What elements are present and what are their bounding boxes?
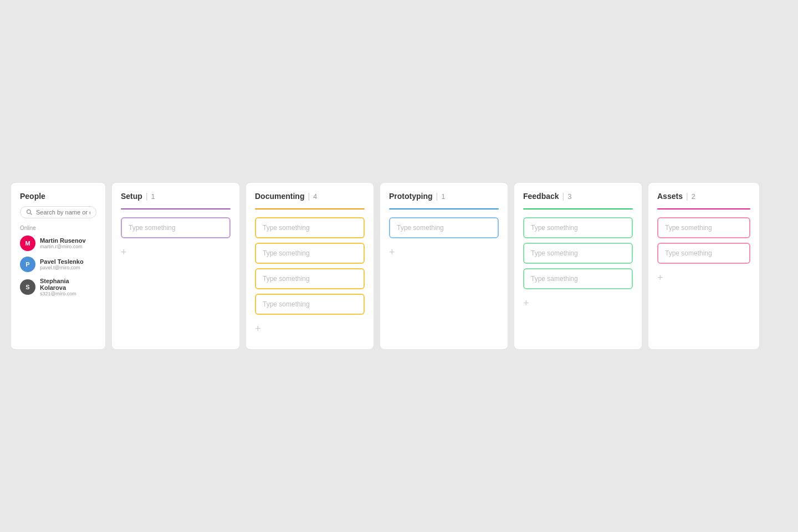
user-email: martin.r@miro.com xyxy=(40,244,86,249)
card-documenting-0[interactable]: Type something xyxy=(255,217,365,238)
user-item: P Pavel Teslenko pavel.t@miro.com xyxy=(20,257,96,272)
column-line-documenting xyxy=(255,208,365,209)
column-documenting: Documenting | 4 Type somethingType somet… xyxy=(246,183,374,349)
column-header-feedback: Feedback | 3 xyxy=(523,192,633,201)
user-email: pavel.t@miro.com xyxy=(40,265,84,270)
column-divider: | xyxy=(146,192,148,201)
column-header-prototyping: Prototyping | 1 xyxy=(389,192,499,201)
column-line-prototyping xyxy=(389,208,499,209)
user-name: Martin Rusenov xyxy=(40,237,86,244)
avatar: P xyxy=(20,257,35,272)
card-assets-1[interactable]: Type something xyxy=(657,243,750,264)
add-card-button-prototyping[interactable]: + xyxy=(389,247,395,257)
user-name: Stephania Kolarova xyxy=(40,278,96,291)
people-panel: People Online M Martin Rusenov martin.r@… xyxy=(11,183,105,349)
column-header-documenting: Documenting | 4 xyxy=(255,192,365,201)
add-card-button-setup[interactable]: + xyxy=(121,247,127,257)
column-divider: | xyxy=(562,192,565,201)
user-name: Pavel Teslenko xyxy=(40,258,84,265)
card-feedback-2[interactable]: Type samething xyxy=(523,268,633,289)
user-item: S Stephania Kolarova s321@miro.com xyxy=(20,278,96,296)
add-card-button-documenting[interactable]: + xyxy=(255,324,261,334)
column-header-setup: Setup | 1 xyxy=(121,192,231,201)
column-feedback: Feedback | 3 Type somethingType somethin… xyxy=(514,183,642,349)
user-item: M Martin Rusenov martin.r@miro.com xyxy=(20,236,96,251)
card-documenting-3[interactable]: Type something xyxy=(255,294,365,315)
column-assets: Assets | 2 Type somethingType something+ xyxy=(648,183,759,349)
card-feedback-0[interactable]: Type something xyxy=(523,217,633,238)
column-count: 1 xyxy=(151,192,155,201)
column-title: Assets xyxy=(657,192,683,201)
card-documenting-1[interactable]: Type something xyxy=(255,243,365,264)
column-count: 1 xyxy=(441,192,445,201)
online-label: Online xyxy=(20,225,96,231)
avatar: M xyxy=(20,236,35,251)
column-divider: | xyxy=(308,192,310,201)
column-title: Feedback xyxy=(523,192,559,201)
column-line-setup xyxy=(121,208,231,209)
column-line-assets xyxy=(657,208,750,209)
user-email: s321@miro.com xyxy=(40,291,96,296)
column-count: 4 xyxy=(313,192,317,201)
board-container: People Online M Martin Rusenov martin.r@… xyxy=(0,161,798,371)
column-prototyping: Prototyping | 1 Type something+ xyxy=(380,183,508,349)
column-setup: Setup | 1 Type something+ xyxy=(112,183,239,349)
card-feedback-1[interactable]: Type something xyxy=(523,243,633,264)
column-line-feedback xyxy=(523,208,633,209)
svg-point-0 xyxy=(27,210,31,214)
add-card-button-feedback[interactable]: + xyxy=(523,298,529,308)
card-prototyping-0[interactable]: Type something xyxy=(389,217,499,238)
add-card-button-assets[interactable]: + xyxy=(657,273,663,283)
people-title: People xyxy=(20,192,96,201)
card-documenting-2[interactable]: Type something xyxy=(255,268,365,289)
column-count: 2 xyxy=(692,192,695,201)
search-box[interactable] xyxy=(20,206,96,218)
column-header-assets: Assets | 2 xyxy=(657,192,750,201)
column-title: Prototyping xyxy=(389,192,433,201)
card-setup-0[interactable]: Type something xyxy=(121,217,231,238)
column-title: Setup xyxy=(121,192,142,201)
search-input[interactable] xyxy=(36,209,90,216)
avatar: S xyxy=(20,279,35,295)
column-divider: | xyxy=(436,192,438,201)
search-icon xyxy=(26,209,33,216)
column-count: 3 xyxy=(567,192,571,201)
column-title: Documenting xyxy=(255,192,304,201)
card-assets-0[interactable]: Type something xyxy=(657,217,750,238)
column-divider: | xyxy=(686,192,688,201)
svg-line-1 xyxy=(30,213,32,215)
